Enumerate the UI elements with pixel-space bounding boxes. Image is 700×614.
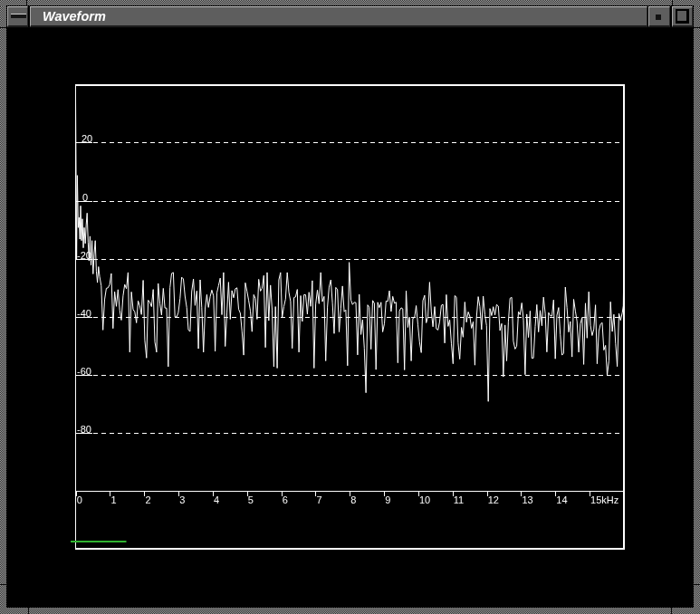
svg-text:6: 6: [283, 494, 288, 505]
svg-text:13: 13: [523, 494, 533, 505]
svg-text:14: 14: [556, 494, 567, 505]
svg-text:7: 7: [317, 494, 322, 505]
svg-text:-40: -40: [77, 308, 91, 319]
svg-text:0: 0: [77, 494, 82, 505]
svg-text:-60: -60: [77, 366, 91, 377]
svg-text:20: 20: [82, 133, 92, 144]
svg-text:11: 11: [454, 494, 464, 505]
svg-text:8: 8: [350, 494, 356, 505]
svg-text:1: 1: [111, 494, 117, 505]
svg-text:Waveform: Waveform: [43, 9, 106, 24]
svg-text:3: 3: [179, 494, 185, 505]
svg-text:15kHz: 15kHz: [590, 494, 618, 505]
svg-text:10: 10: [419, 494, 430, 505]
svg-text:5: 5: [248, 494, 254, 505]
svg-text:0: 0: [82, 192, 88, 203]
svg-text:4: 4: [214, 494, 219, 505]
svg-text:12: 12: [488, 494, 499, 505]
svg-text:-80: -80: [77, 424, 91, 435]
svg-text:2: 2: [145, 494, 150, 505]
svg-text:9: 9: [385, 494, 390, 505]
